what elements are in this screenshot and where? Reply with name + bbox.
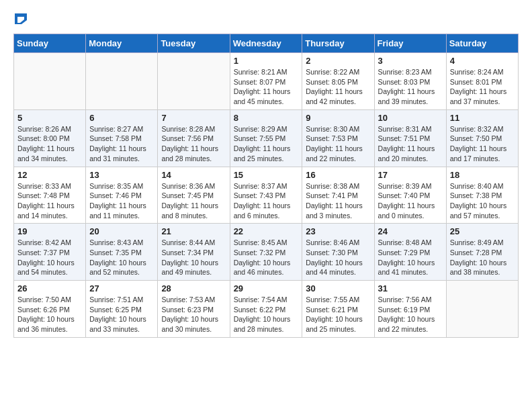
week-row-2: 5Sunrise: 8:26 AMSunset: 8:00 PMDaylight… — [14, 109, 519, 167]
calendar-cell: 27Sunrise: 7:51 AMSunset: 6:25 PMDayligh… — [86, 281, 158, 338]
daylight-text: Daylight: 11 hours and 42 minutes. — [306, 87, 370, 106]
day-number: 3 — [378, 56, 443, 66]
daylight-text: Daylight: 10 hours and 25 minutes. — [306, 314, 370, 334]
day-number: 12 — [17, 170, 82, 180]
col-header-tuesday: Tuesday — [158, 34, 230, 53]
calendar-cell: 1Sunrise: 8:21 AMSunset: 8:07 PMDaylight… — [230, 53, 302, 110]
sunrise-text: Sunrise: 7:51 AM — [89, 295, 154, 305]
sunrise-text: Sunrise: 8:21 AM — [234, 67, 299, 77]
sunset-text: Sunset: 7:28 PM — [450, 248, 515, 258]
week-row-4: 19Sunrise: 8:42 AMSunset: 7:37 PMDayligh… — [14, 224, 519, 281]
sunrise-text: Sunrise: 8:40 AM — [450, 181, 515, 191]
col-header-wednesday: Wednesday — [230, 34, 302, 53]
sunset-text: Sunset: 8:00 PM — [17, 134, 82, 144]
calendar-cell: 30Sunrise: 7:55 AMSunset: 6:21 PMDayligh… — [302, 281, 374, 338]
sunrise-text: Sunrise: 8:28 AM — [161, 124, 226, 134]
calendar-cell — [14, 53, 86, 110]
sunrise-text: Sunrise: 8:36 AM — [161, 181, 226, 191]
sunrise-text: Sunrise: 8:29 AM — [234, 124, 299, 134]
sunset-text: Sunset: 6:23 PM — [161, 305, 226, 315]
sunset-text: Sunset: 7:45 PM — [161, 191, 226, 201]
calendar-cell: 28Sunrise: 7:53 AMSunset: 6:23 PMDayligh… — [158, 281, 230, 338]
sunset-text: Sunset: 7:58 PM — [89, 134, 154, 144]
sunset-text: Sunset: 6:26 PM — [17, 305, 82, 315]
daylight-text: Daylight: 11 hours and 22 minutes. — [306, 144, 370, 163]
daylight-text: Daylight: 11 hours and 6 minutes. — [234, 201, 299, 220]
sunrise-text: Sunrise: 8:45 AM — [234, 238, 299, 248]
sunrise-text: Sunrise: 8:42 AM — [17, 238, 82, 248]
sunrise-text: Sunrise: 8:26 AM — [17, 124, 82, 134]
calendar-cell: 4Sunrise: 8:24 AMSunset: 8:01 PMDaylight… — [446, 53, 518, 110]
sunset-text: Sunset: 7:34 PM — [161, 248, 226, 258]
sunrise-text: Sunrise: 8:49 AM — [450, 238, 515, 248]
day-number: 27 — [89, 283, 154, 293]
day-number: 9 — [306, 113, 370, 123]
calendar-cell — [158, 53, 230, 110]
daylight-text: Daylight: 11 hours and 3 minutes. — [306, 201, 370, 220]
daylight-text: Daylight: 10 hours and 22 minutes. — [378, 314, 443, 334]
col-header-saturday: Saturday — [446, 34, 518, 53]
sunset-text: Sunset: 6:22 PM — [234, 305, 299, 315]
calendar-cell: 31Sunrise: 7:56 AMSunset: 6:19 PMDayligh… — [374, 281, 446, 338]
logo-arrow-icon — [15, 13, 27, 27]
daylight-text: Daylight: 10 hours and 46 minutes. — [234, 258, 299, 277]
daylight-text: Daylight: 11 hours and 20 minutes. — [378, 144, 443, 163]
daylight-text: Daylight: 11 hours and 39 minutes. — [378, 87, 443, 106]
sunrise-text: Sunrise: 8:22 AM — [306, 67, 370, 77]
sunrise-text: Sunrise: 8:24 AM — [450, 67, 515, 77]
day-number: 18 — [450, 170, 515, 180]
calendar-cell: 12Sunrise: 8:33 AMSunset: 7:48 PMDayligh… — [14, 167, 86, 224]
daylight-text: Daylight: 10 hours and 28 minutes. — [234, 314, 299, 334]
calendar-cell: 18Sunrise: 8:40 AMSunset: 7:38 PMDayligh… — [446, 167, 518, 224]
col-header-sunday: Sunday — [14, 34, 86, 53]
sunset-text: Sunset: 7:38 PM — [450, 191, 515, 201]
sunrise-text: Sunrise: 7:55 AM — [306, 295, 370, 305]
calendar-cell: 26Sunrise: 7:50 AMSunset: 6:26 PMDayligh… — [14, 281, 86, 338]
sunset-text: Sunset: 7:43 PM — [234, 191, 299, 201]
calendar-cell: 8Sunrise: 8:29 AMSunset: 7:55 PMDaylight… — [230, 109, 302, 167]
col-header-thursday: Thursday — [302, 34, 374, 53]
sunset-text: Sunset: 7:48 PM — [17, 191, 82, 201]
calendar-cell: 5Sunrise: 8:26 AMSunset: 8:00 PMDaylight… — [14, 109, 86, 167]
daylight-text: Daylight: 10 hours and 33 minutes. — [89, 314, 154, 334]
calendar-cell: 16Sunrise: 8:38 AMSunset: 7:41 PMDayligh… — [302, 167, 374, 224]
calendar-cell: 7Sunrise: 8:28 AMSunset: 7:56 PMDaylight… — [158, 109, 230, 167]
calendar-cell: 21Sunrise: 8:44 AMSunset: 7:34 PMDayligh… — [158, 224, 230, 281]
daylight-text: Daylight: 11 hours and 34 minutes. — [17, 144, 82, 163]
logo — [13, 13, 27, 27]
sunrise-text: Sunrise: 8:44 AM — [161, 238, 226, 248]
daylight-text: Daylight: 11 hours and 45 minutes. — [234, 87, 299, 106]
sunrise-text: Sunrise: 8:30 AM — [306, 124, 370, 134]
calendar-cell: 23Sunrise: 8:46 AMSunset: 7:30 PMDayligh… — [302, 224, 374, 281]
calendar-cell: 10Sunrise: 8:31 AMSunset: 7:51 PMDayligh… — [374, 109, 446, 167]
sunrise-text: Sunrise: 8:46 AM — [306, 238, 370, 248]
sunset-text: Sunset: 7:46 PM — [89, 191, 154, 201]
calendar-cell: 25Sunrise: 8:49 AMSunset: 7:28 PMDayligh… — [446, 224, 518, 281]
week-row-1: 1Sunrise: 8:21 AMSunset: 8:07 PMDaylight… — [14, 53, 519, 110]
daylight-text: Daylight: 10 hours and 57 minutes. — [450, 201, 515, 220]
daylight-text: Daylight: 10 hours and 41 minutes. — [378, 258, 443, 277]
day-number: 23 — [306, 226, 370, 236]
daylight-text: Daylight: 11 hours and 17 minutes. — [450, 144, 515, 163]
sunset-text: Sunset: 7:37 PM — [17, 248, 82, 258]
daylight-text: Daylight: 11 hours and 0 minutes. — [378, 201, 443, 220]
day-number: 28 — [161, 283, 226, 293]
calendar-cell: 13Sunrise: 8:35 AMSunset: 7:46 PMDayligh… — [86, 167, 158, 224]
day-number: 29 — [234, 283, 299, 293]
day-number: 21 — [161, 226, 226, 236]
calendar-cell: 17Sunrise: 8:39 AMSunset: 7:40 PMDayligh… — [374, 167, 446, 224]
sunrise-text: Sunrise: 8:38 AM — [306, 181, 370, 191]
calendar-cell: 2Sunrise: 8:22 AMSunset: 8:05 PMDaylight… — [302, 53, 374, 110]
day-number: 15 — [234, 170, 299, 180]
day-number: 19 — [17, 226, 82, 236]
sunset-text: Sunset: 7:55 PM — [234, 134, 299, 144]
page-header — [13, 13, 519, 27]
calendar-cell: 9Sunrise: 8:30 AMSunset: 7:53 PMDaylight… — [302, 109, 374, 167]
sunset-text: Sunset: 7:32 PM — [234, 248, 299, 258]
day-number: 4 — [450, 56, 515, 66]
calendar-cell: 11Sunrise: 8:32 AMSunset: 7:50 PMDayligh… — [446, 109, 518, 167]
sunrise-text: Sunrise: 8:23 AM — [378, 67, 443, 77]
daylight-text: Daylight: 10 hours and 54 minutes. — [17, 258, 82, 277]
calendar-cell: 20Sunrise: 8:43 AMSunset: 7:35 PMDayligh… — [86, 224, 158, 281]
sunrise-text: Sunrise: 8:31 AM — [378, 124, 443, 134]
